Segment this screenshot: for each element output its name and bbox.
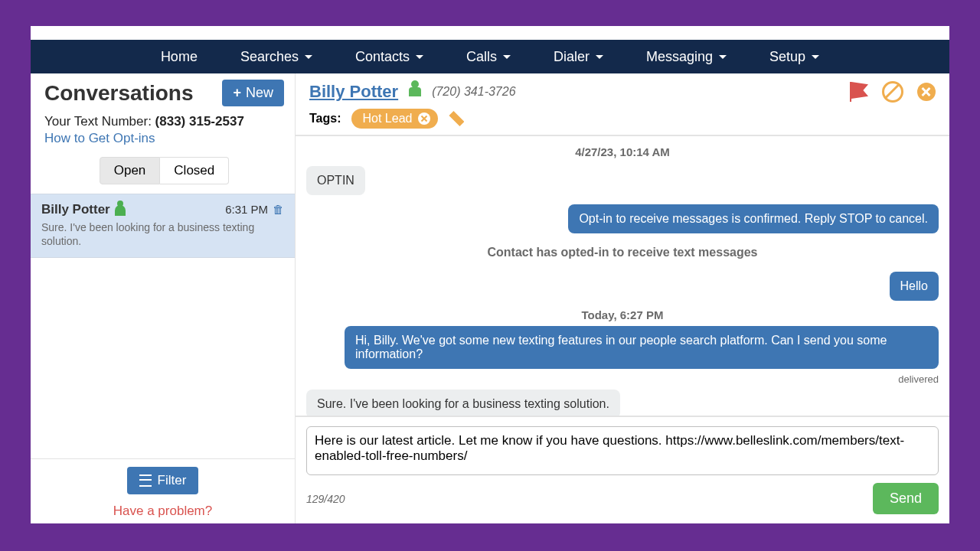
optins-link[interactable]: How to Get Opt-ins xyxy=(44,131,284,146)
tags-label: Tags: xyxy=(309,112,341,126)
tag-hot-lead[interactable]: Hot Lead xyxy=(351,109,438,129)
block-icon[interactable] xyxy=(882,81,903,103)
contact-name-link[interactable]: Billy Potter xyxy=(309,82,398,102)
top-nav: Home Searches Contacts Calls Dialer Mess… xyxy=(31,40,949,73)
nav-messaging[interactable]: Messaging xyxy=(646,49,727,65)
system-message: Contact has opted-in to receive text mes… xyxy=(306,246,939,259)
chevron-down-icon xyxy=(812,55,819,59)
nav-home[interactable]: Home xyxy=(161,49,198,65)
text-number: Your Text Number: (833) 315-2537 xyxy=(44,114,284,129)
person-icon xyxy=(409,87,421,96)
remove-tag-icon[interactable] xyxy=(418,112,430,125)
nav-calls[interactable]: Calls xyxy=(466,49,511,65)
conversation-time: 6:31 PM xyxy=(225,203,268,216)
chevron-down-icon xyxy=(416,55,423,59)
chevron-down-icon xyxy=(503,55,511,59)
char-count: 129/420 xyxy=(306,493,345,505)
chat-panel: Billy Potter (720) 341-3726 Tags: Hot Le… xyxy=(296,73,949,523)
conversations-title: Conversations xyxy=(44,81,194,106)
message-in: OPTIN xyxy=(306,166,365,195)
filter-icon xyxy=(139,474,152,487)
flag-icon[interactable] xyxy=(850,82,868,102)
sidebar: Conversations +New Your Text Number: (83… xyxy=(31,73,296,523)
send-button[interactable]: Send xyxy=(873,483,939,514)
timestamp: Today, 6:27 PM xyxy=(306,308,939,321)
nav-contacts[interactable]: Contacts xyxy=(355,49,423,65)
message-out: Hi, Billy. We've got some new texting fe… xyxy=(345,326,939,369)
compose-input[interactable] xyxy=(306,426,939,475)
new-conversation-button[interactable]: +New xyxy=(222,80,284,106)
conversation-item[interactable]: Billy Potter 6:31 PM🗑 Sure. I've been lo… xyxy=(31,194,295,258)
message-out: Hello xyxy=(890,272,939,301)
message-in: Sure. I've been looking for a business t… xyxy=(306,390,620,416)
chevron-down-icon xyxy=(719,55,727,59)
filter-button[interactable]: Filter xyxy=(127,467,199,494)
add-tag-icon[interactable] xyxy=(449,111,464,126)
chevron-down-icon xyxy=(596,55,603,59)
trash-icon[interactable]: 🗑 xyxy=(273,203,284,216)
timestamp: 4/27/23, 10:14 AM xyxy=(306,145,939,158)
chevron-down-icon xyxy=(305,55,312,59)
message-out: Opt-in to receive messages is confirmed.… xyxy=(568,204,939,233)
nav-setup[interactable]: Setup xyxy=(769,49,819,65)
close-icon[interactable] xyxy=(917,83,936,101)
tab-open[interactable]: Open xyxy=(100,157,161,184)
person-icon xyxy=(115,205,126,216)
plus-icon: + xyxy=(233,85,241,101)
nav-searches[interactable]: Searches xyxy=(240,49,312,65)
conversation-preview: Sure. I've been looking for a business t… xyxy=(41,220,284,248)
tab-closed[interactable]: Closed xyxy=(160,157,229,184)
problem-link[interactable]: Have a problem? xyxy=(31,504,295,519)
nav-dialer[interactable]: Dialer xyxy=(554,49,603,65)
contact-phone: (720) 341-3726 xyxy=(432,85,515,99)
delivered-status: delivered xyxy=(306,373,939,385)
conversation-name: Billy Potter xyxy=(41,202,110,217)
